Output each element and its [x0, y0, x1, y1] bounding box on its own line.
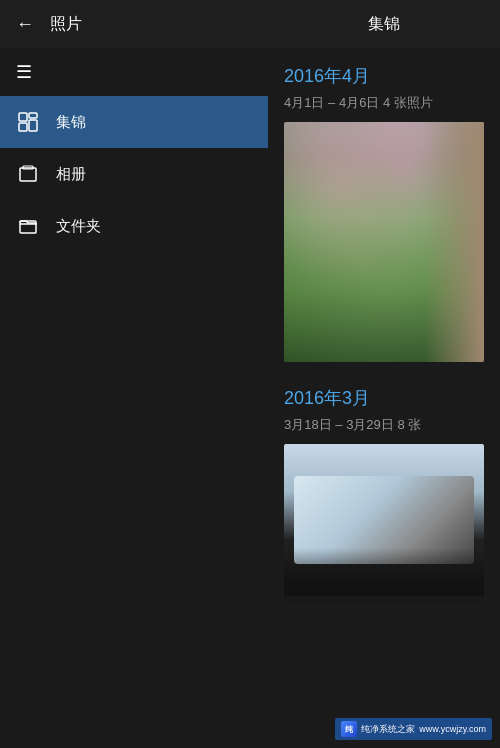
svg-rect-1 [29, 113, 37, 118]
sidebar: ← 照片 ☰ 集锦 [0, 0, 268, 748]
watermark-logo: 纯 [341, 721, 357, 737]
svg-rect-0 [19, 113, 27, 121]
hamburger-menu[interactable]: ☰ [0, 48, 268, 96]
march-month-subtitle: 3月18日 – 3月29日 8 张 [284, 416, 484, 434]
april-month-subtitle: 4月1日 – 4月6日 4 张照片 [284, 94, 484, 112]
albums-icon [16, 162, 40, 186]
sidebar-item-albums[interactable]: 相册 [0, 148, 268, 200]
april-photo-image [284, 122, 484, 362]
topbar: ← 照片 [0, 0, 268, 48]
svg-rect-4 [20, 168, 36, 181]
svg-rect-2 [19, 123, 27, 131]
content-scroll[interactable]: 2016年4月 4月1日 – 4月6日 4 张照片 2016年3月 3月18日 … [268, 48, 500, 748]
sidebar-item-folders-label: 文件夹 [56, 217, 101, 236]
app-title: 照片 [50, 14, 82, 35]
april-month-title: 2016年4月 [284, 64, 484, 88]
hamburger-icon: ☰ [16, 61, 32, 83]
highlights-icon [16, 110, 40, 134]
back-button[interactable]: ← [16, 14, 34, 35]
sidebar-item-folders[interactable]: 文件夹 [0, 200, 268, 252]
sidebar-item-highlights-label: 集锦 [56, 113, 86, 132]
sidebar-item-highlights[interactable]: 集锦 [0, 96, 268, 148]
watermark: 纯 纯净系统之家 www.ycwjzy.com [335, 718, 492, 740]
march-photo[interactable] [284, 444, 484, 604]
sidebar-item-albums-label: 相册 [56, 165, 86, 184]
march-month-title: 2016年3月 [284, 386, 484, 410]
watermark-text: 纯净系统之家 [361, 723, 415, 736]
month-section-april: 2016年4月 4月1日 – 4月6日 4 张照片 [284, 64, 484, 362]
month-section-march: 2016年3月 3月18日 – 3月29日 8 张 [284, 386, 484, 604]
svg-rect-3 [29, 120, 37, 131]
content-title: 集锦 [368, 14, 400, 35]
folders-icon [16, 214, 40, 238]
content-header: 集锦 [268, 0, 500, 48]
april-photo[interactable] [284, 122, 484, 362]
watermark-url: www.ycwjzy.com [419, 724, 486, 734]
content-area: 集锦 2016年4月 4月1日 – 4月6日 4 张照片 2016年3月 3月1… [268, 0, 500, 748]
march-photo-image [284, 444, 484, 604]
app-container: ← 照片 ☰ 集锦 [0, 0, 500, 748]
